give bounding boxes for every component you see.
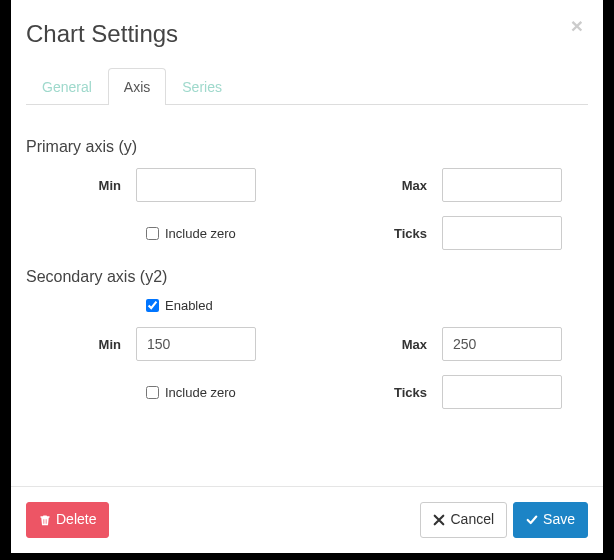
secondary-enabled-row: Enabled [26,298,588,313]
delete-button[interactable]: Delete [26,502,109,538]
primary-min-input[interactable] [136,168,256,202]
primary-include-zero-label: Include zero [165,226,236,241]
primary-include-zero-checkbox[interactable] [146,227,159,240]
delete-button-label: Delete [56,510,96,530]
secondary-enabled-checkbox[interactable] [146,299,159,312]
primary-max-label: Max [342,178,442,193]
trash-icon [39,514,51,526]
secondary-zero-ticks-row: Include zero Ticks [26,375,588,409]
secondary-enabled-label: Enabled [165,298,213,313]
primary-ticks-input[interactable] [442,216,562,250]
save-button-label: Save [543,510,575,530]
modal-body: Primary axis (y) Min Max Include zero Ti… [11,105,603,486]
secondary-max-input[interactable] [442,327,562,361]
secondary-include-zero-label: Include zero [165,385,236,400]
secondary-include-zero-checkbox[interactable] [146,386,159,399]
tab-general[interactable]: General [26,68,108,105]
secondary-ticks-label: Ticks [342,385,442,400]
primary-ticks-label: Ticks [342,226,442,241]
save-button[interactable]: Save [513,502,588,538]
close-icon: × [571,14,583,37]
close-button[interactable]: × [565,14,589,37]
secondary-axis-title: Secondary axis (y2) [26,268,588,286]
primary-max-input[interactable] [442,168,562,202]
primary-axis-title: Primary axis (y) [26,138,588,156]
modal-footer: Delete Cancel Save [11,486,603,553]
secondary-min-input[interactable] [136,327,256,361]
x-icon [433,514,445,526]
modal-title: Chart Settings [26,20,588,48]
secondary-ticks-input[interactable] [442,375,562,409]
tab-axis[interactable]: Axis [108,68,166,105]
primary-min-label: Min [26,178,136,193]
tabs: General Axis Series [26,68,588,105]
secondary-min-max-row: Min Max [26,327,588,361]
chart-settings-modal: Chart Settings × General Axis Series Pri… [11,0,603,553]
secondary-min-label: Min [26,337,136,352]
primary-zero-ticks-row: Include zero Ticks [26,216,588,250]
cancel-button-label: Cancel [450,510,494,530]
primary-min-max-row: Min Max [26,168,588,202]
modal-header: Chart Settings × [11,0,603,68]
cancel-button[interactable]: Cancel [420,502,507,538]
secondary-max-label: Max [342,337,442,352]
tab-series[interactable]: Series [166,68,238,105]
check-icon [526,514,538,526]
